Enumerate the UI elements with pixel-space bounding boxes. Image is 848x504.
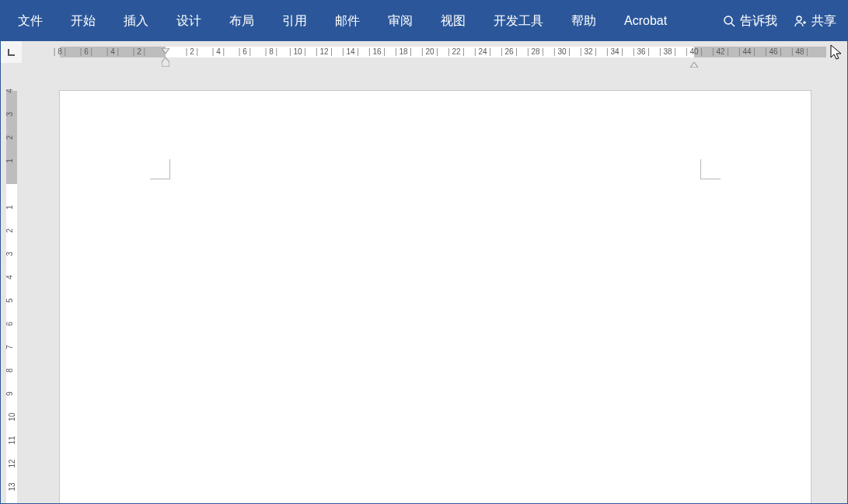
share-label: 共享 xyxy=(811,13,836,30)
tell-me-button[interactable]: 告诉我 xyxy=(715,1,785,41)
margin-corner-top-left xyxy=(150,159,170,179)
ribbon-tab-2[interactable]: 插入 xyxy=(110,1,162,41)
hruler-tick: | 24 | xyxy=(474,47,491,56)
hruler-tick: | 46 | xyxy=(765,47,782,56)
vruler-tick: 13 xyxy=(8,482,16,491)
margin-corner-top-right xyxy=(700,159,721,179)
hruler-tick: | 6 | xyxy=(239,47,251,56)
vruler-tick: 4 xyxy=(5,89,14,93)
hruler-tick: | 2 | xyxy=(133,47,145,56)
hruler-tick: | 8 | xyxy=(54,47,66,56)
vertical-ruler[interactable]: 432112345678910111213141516 xyxy=(6,91,17,503)
ribbon-tab-7[interactable]: 审阅 xyxy=(374,1,427,41)
hruler-tick: | 40 | xyxy=(686,47,703,56)
person-share-icon xyxy=(793,14,807,28)
hruler-tick: | 4 | xyxy=(106,47,119,56)
hruler-tick: | 12 | xyxy=(316,47,333,56)
vruler-tick: 9 xyxy=(5,391,14,396)
hruler-tick: | 48 | xyxy=(791,47,808,56)
vruler-tick: 3 xyxy=(5,252,14,256)
ribbon-tab-5[interactable]: 引用 xyxy=(268,1,321,41)
vruler-tick: 2 xyxy=(5,228,14,233)
hruler-tick: | 18 | xyxy=(395,47,412,56)
vruler-tick: 10 xyxy=(8,412,16,421)
document-page[interactable] xyxy=(60,91,811,503)
ribbon-tab-0[interactable]: 文件 xyxy=(4,1,57,41)
hruler-tick: | 38 | xyxy=(659,47,676,56)
hruler-tick: | 2 | xyxy=(186,47,198,56)
svg-point-0 xyxy=(724,16,732,24)
horizontal-ruler[interactable]: | 8 || 6 || 4 || 2 || 2 || 4 || 6 || 8 |… xyxy=(60,47,844,57)
hruler-tick: | 22 | xyxy=(448,47,465,56)
first-line-indent-marker[interactable] xyxy=(162,43,169,48)
vruler-tick: 2 xyxy=(5,135,14,140)
svg-point-2 xyxy=(797,16,801,21)
vruler-tick: 1 xyxy=(5,158,14,163)
hruler-tick: | 26 | xyxy=(501,47,518,56)
vruler-tick: 5 xyxy=(5,298,14,303)
ribbon-tab-11[interactable]: Acrobat xyxy=(610,1,681,41)
svg-line-1 xyxy=(731,23,735,26)
svg-marker-5 xyxy=(162,48,169,54)
hruler-tick: | 32 | xyxy=(580,47,597,56)
document-canvas[interactable] xyxy=(23,63,847,503)
ribbon-tab-10[interactable]: 帮助 xyxy=(557,1,610,41)
vruler-tick: 3 xyxy=(5,112,14,116)
right-indent-marker[interactable] xyxy=(690,57,698,62)
ribbon-tab-4[interactable]: 布局 xyxy=(215,1,268,41)
hruler-tick: | 6 | xyxy=(80,47,92,56)
ribbon-tab-3[interactable]: 设计 xyxy=(162,1,215,41)
hruler-tick: | 34 | xyxy=(606,47,623,56)
hruler-tick: | 28 | xyxy=(527,47,544,56)
tab-stop-selector[interactable] xyxy=(1,41,23,63)
ribbon-tab-9[interactable]: 开发工具 xyxy=(480,1,557,41)
hruler-tick: | 42 | xyxy=(712,47,729,56)
search-icon xyxy=(723,15,735,27)
vruler-tick: 11 xyxy=(8,436,16,444)
hruler-tick: | 8 | xyxy=(265,47,277,56)
vruler-tick: 6 xyxy=(5,322,14,326)
horizontal-ruler-row: | 8 || 6 || 4 || 2 || 2 || 4 || 6 || 8 |… xyxy=(1,41,847,63)
ribbon-tab-1[interactable]: 开始 xyxy=(57,1,110,41)
hruler-tick: | 4 | xyxy=(212,47,225,56)
ribbon-tab-8[interactable]: 视图 xyxy=(427,1,480,41)
share-button[interactable]: 共享 xyxy=(785,1,844,41)
hruler-tick: | 10 | xyxy=(289,47,306,56)
hruler-tick: | 36 | xyxy=(633,47,650,56)
hruler-tick: | 16 | xyxy=(368,47,386,56)
hruler-tick: | 30 | xyxy=(553,47,571,56)
hruler-tick: | 20 | xyxy=(421,47,438,56)
ribbon-tab-6[interactable]: 邮件 xyxy=(321,1,374,41)
hruler-tick: | 44 | xyxy=(738,47,756,56)
vruler-tick: 7 xyxy=(5,345,14,349)
vertical-ruler-wrap: 432112345678910111213141516 xyxy=(1,63,23,503)
vruler-tick: 8 xyxy=(5,368,14,373)
vruler-tick: 4 xyxy=(5,275,14,280)
tell-me-label: 告诉我 xyxy=(740,13,777,30)
ribbon-tabs: 文件开始插入设计布局引用邮件审阅视图开发工具帮助Acrobat 告诉我 共享 xyxy=(1,1,847,41)
vruler-tick: 12 xyxy=(8,459,16,468)
vruler-tick: 1 xyxy=(5,205,14,210)
workspace: 432112345678910111213141516 xyxy=(1,63,847,503)
hruler-tick: | 14 | xyxy=(342,47,359,56)
